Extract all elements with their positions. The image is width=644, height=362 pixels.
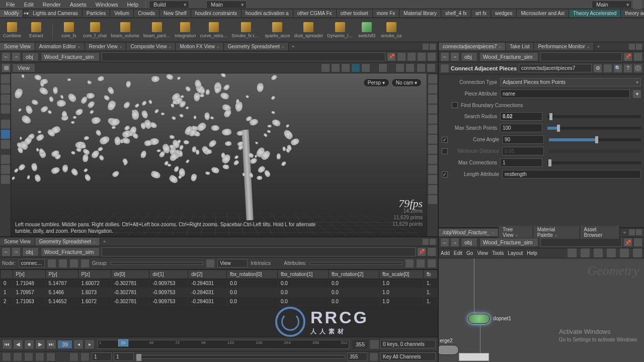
- link-icon[interactable]: [634, 238, 642, 246]
- tab-composite-view[interactable]: Composite View×: [126, 43, 176, 50]
- path-crumb-node[interactable]: Wood_Fracture_sim: [479, 238, 538, 247]
- column-header[interactable]: dir[2]: [188, 270, 227, 279]
- search-radius-field[interactable]: 0.02: [500, 112, 542, 121]
- length-attr-checkbox[interactable]: ✓: [442, 171, 448, 177]
- net-menu-edit[interactable]: Edit: [454, 250, 462, 256]
- menu-assets[interactable]: Assets: [66, 1, 91, 9]
- pin-icon[interactable]: 📌: [387, 53, 395, 61]
- cone-angle-checkbox[interactable]: ✓: [442, 137, 448, 143]
- menu-render[interactable]: Render: [39, 1, 65, 9]
- detail-icon[interactable]: [81, 259, 89, 267]
- shelf-tab[interactable]: art fx: [471, 10, 491, 17]
- net-tool-icon[interactable]: [594, 248, 603, 257]
- pin-icon[interactable]: 📌: [418, 248, 426, 256]
- select-tool[interactable]: [1, 74, 10, 83]
- display-option[interactable]: [428, 195, 437, 204]
- display-option[interactable]: [428, 95, 437, 104]
- tab-render-view[interactable]: Render View×: [85, 43, 127, 50]
- vertices-icon[interactable]: [59, 259, 67, 267]
- status-icon[interactable]: [35, 352, 44, 361]
- display-option[interactable]: [428, 145, 437, 154]
- back-button[interactable]: ←: [2, 53, 10, 61]
- net-tool-icon[interactable]: [633, 248, 642, 257]
- cell[interactable]: 1.0: [379, 279, 423, 288]
- help-icon[interactable]: [427, 63, 436, 72]
- path-input[interactable]: [540, 238, 622, 247]
- menu-help[interactable]: Help: [123, 1, 142, 9]
- tool[interactable]: [1, 105, 10, 114]
- add-tab[interactable]: +: [100, 238, 109, 245]
- maximize-icon[interactable]: [430, 239, 436, 245]
- shelf-tool[interactable]: core_f_char: [83, 22, 107, 38]
- cell[interactable]: -0.909753: [149, 279, 188, 288]
- cell[interactable]: -0.284031: [188, 279, 227, 288]
- close-icon[interactable]: ×: [492, 231, 494, 235]
- range-start[interactable]: 1: [92, 352, 112, 361]
- cell[interactable]: 0.0: [226, 279, 277, 288]
- points-icon[interactable]: [48, 259, 56, 267]
- column-header[interactable]: [1, 270, 13, 279]
- tool[interactable]: [1, 140, 10, 149]
- menu-edit[interactable]: Edit: [20, 1, 38, 9]
- cell[interactable]: 1.60072: [78, 279, 111, 288]
- stop-button[interactable]: ■: [24, 339, 34, 349]
- timeline-cursor[interactable]: 39: [118, 339, 128, 346]
- pane-menu-icon[interactable]: [423, 44, 429, 50]
- node-icon[interactable]: [441, 64, 449, 72]
- max-connections-slider[interactable]: [547, 161, 641, 164]
- shelf-tab[interactable]: shelf_4 fx: [441, 10, 471, 17]
- lock-icon[interactable]: [1, 130, 10, 139]
- piece-attribute-field[interactable]: name: [500, 89, 630, 98]
- column-header[interactable]: dir[1]: [149, 270, 188, 279]
- cell[interactable]: -0.909753: [149, 297, 188, 306]
- display-option[interactable]: [428, 105, 437, 114]
- cell[interactable]: -0.284031: [188, 297, 227, 306]
- tool[interactable]: [1, 84, 10, 94]
- end-frame[interactable]: 355: [352, 340, 368, 349]
- tab-geo-spreadsheet[interactable]: Geometry Spreadsheet×: [224, 43, 289, 50]
- network-canvas[interactable]: Geometry dopnet1 erge2: [439, 258, 644, 362]
- display-icon[interactable]: [428, 53, 436, 61]
- tool[interactable]: [1, 165, 10, 174]
- status-icon[interactable]: [80, 352, 90, 361]
- node-merge[interactable]: erge2: [439, 345, 459, 355]
- range-start2[interactable]: 1: [114, 352, 134, 361]
- slider-thumb[interactable]: [136, 354, 141, 361]
- node-body[interactable]: [468, 314, 490, 324]
- shelf-tool[interactable]: switchif2: [357, 22, 377, 38]
- shelf-tab[interactable]: other CGMA Fx: [293, 10, 337, 17]
- shelf-tool[interactable]: dust_spreader: [294, 22, 324, 38]
- column-header[interactable]: P[y]: [45, 270, 78, 279]
- pane-menu-icon[interactable]: [629, 229, 635, 235]
- shelf-tab[interactable]: more Fx: [373, 10, 400, 17]
- net-menu-tools[interactable]: Tools: [492, 250, 504, 256]
- tab-tree-view[interactable]: Tree View×: [499, 226, 533, 239]
- pane-menu-icon[interactable]: [423, 239, 429, 245]
- pin-icon[interactable]: 📌: [624, 238, 632, 246]
- forward-button[interactable]: →: [451, 53, 459, 61]
- cell[interactable]: 1.6072: [78, 297, 111, 306]
- maximize-icon[interactable]: [430, 44, 436, 50]
- max-search-field[interactable]: 100: [500, 124, 542, 132]
- column-header[interactable]: P[x]: [13, 270, 45, 279]
- tab-motion-fx[interactable]: Motion FX View×: [176, 43, 224, 50]
- realtime-icon[interactable]: [369, 339, 379, 349]
- add-tab[interactable]: +: [594, 43, 603, 50]
- cone-angle-field[interactable]: 90: [502, 135, 544, 144]
- cell[interactable]: -0.302781: [111, 288, 149, 297]
- close-icon[interactable]: ×: [516, 233, 518, 238]
- close-icon[interactable]: ×: [587, 45, 590, 49]
- cone-angle-slider[interactable]: [549, 138, 641, 141]
- cell[interactable]: 0.0: [328, 288, 379, 297]
- cell[interactable]: 1.: [423, 288, 437, 297]
- tab-perf-monitor[interactable]: Performance Monitor×: [534, 43, 594, 50]
- range-end[interactable]: 355: [347, 352, 367, 361]
- path-crumb-obj[interactable]: obj: [461, 52, 477, 61]
- cell[interactable]: 1.71048: [13, 279, 45, 288]
- cell[interactable]: 1: [1, 288, 13, 297]
- prev-key-button[interactable]: ◂: [73, 339, 84, 349]
- shelf-tab[interactable]: houdini activation a: [242, 10, 293, 17]
- intrinsics-label[interactable]: Intrinsics: [251, 260, 281, 266]
- tab-asset-browser[interactable]: Asset Browser: [580, 226, 620, 239]
- column-header[interactable]: fbx_rotation[0]: [226, 270, 277, 279]
